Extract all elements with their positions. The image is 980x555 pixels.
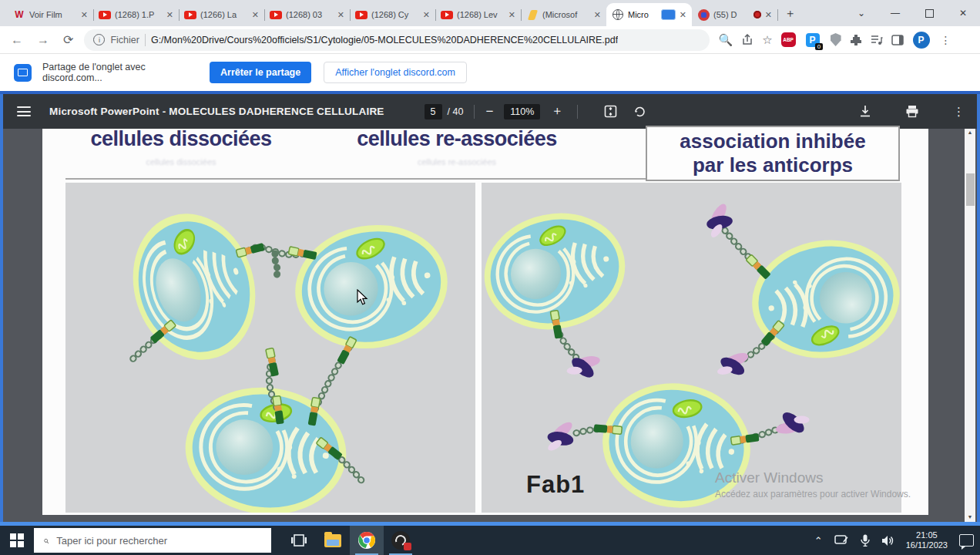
download-icon[interactable] bbox=[859, 105, 871, 118]
scrollbar-thumb[interactable] bbox=[966, 173, 975, 206]
youtube-icon bbox=[270, 8, 282, 21]
speaker-icon[interactable] bbox=[881, 535, 894, 547]
adblock-icon[interactable]: ABP bbox=[781, 32, 796, 47]
youtube-icon bbox=[99, 8, 111, 21]
antibody-fragment bbox=[697, 199, 740, 240]
divider bbox=[474, 105, 475, 119]
taskbar-search-input[interactable]: ⌕ Taper ici pour rechercher bbox=[34, 528, 271, 553]
zoom-in-button[interactable]: ＋ bbox=[551, 103, 563, 119]
activation-watermark-line2: Accédez aux paramètres pour activer Wind… bbox=[715, 489, 911, 500]
tab-youtube-3[interactable]: (1268) 03 ✕ bbox=[264, 3, 350, 26]
info-icon[interactable]: i bbox=[93, 34, 105, 45]
tray-time: 21:05 bbox=[906, 530, 948, 540]
tab-voir-film[interactable]: W Voir Film ✕ bbox=[8, 3, 93, 26]
page-total: / 40 bbox=[448, 106, 464, 117]
close-icon[interactable]: ✕ bbox=[252, 10, 259, 20]
tab-title: (Microsof bbox=[542, 10, 590, 19]
url-text: G:/Mon%20Drive/Cours%20officiels/S1/Cyto… bbox=[151, 35, 618, 45]
share-icon[interactable] bbox=[741, 34, 753, 46]
ghost-text: cellules dissociées bbox=[69, 157, 293, 166]
clock[interactable]: 21:05 16/11/2023 bbox=[906, 530, 948, 550]
tab-title: (1266) La bbox=[200, 10, 248, 19]
divider bbox=[577, 105, 578, 119]
close-icon[interactable]: ✕ bbox=[594, 10, 601, 20]
bookmark-star-icon[interactable]: ☆ bbox=[762, 33, 772, 47]
back-icon[interactable]: ← bbox=[11, 33, 23, 47]
pdf-scrollbar[interactable]: ▲ ▼ bbox=[965, 129, 975, 522]
tray-chevron-icon[interactable]: ⌃ bbox=[814, 535, 823, 547]
view-shared-tab-button[interactable]: Afficher l'onglet discord.com bbox=[324, 62, 467, 83]
file-explorer-button[interactable] bbox=[316, 526, 350, 555]
hamburger-menu-icon[interactable] bbox=[17, 106, 31, 116]
activation-watermark-line1: Activer Windows bbox=[715, 469, 823, 486]
folder-icon bbox=[324, 534, 341, 547]
omnibox[interactable]: i Fichier G:/Mon%20Drive/Cours%20officie… bbox=[84, 29, 710, 51]
rotate-button[interactable] bbox=[633, 105, 646, 119]
playlist-icon[interactable] bbox=[871, 35, 883, 45]
wiflix-icon: W bbox=[13, 8, 25, 21]
close-window-button[interactable]: ✕ bbox=[946, 0, 980, 26]
zoom-level[interactable]: 110% bbox=[504, 104, 540, 119]
new-tab-button[interactable]: ＋ bbox=[784, 6, 796, 21]
windows-start-button[interactable] bbox=[0, 526, 34, 555]
tab-youtube-5[interactable]: (1268) Lev ✕ bbox=[435, 3, 521, 26]
reload-icon[interactable]: ⟳ bbox=[63, 32, 73, 47]
microphone-icon[interactable] bbox=[861, 534, 870, 547]
tab-title: (1268) 1.P bbox=[115, 10, 163, 19]
cell-illustration-right bbox=[482, 183, 901, 513]
chrome-button[interactable] bbox=[350, 526, 384, 555]
tab-youtube-1[interactable]: (1268) 1.P ✕ bbox=[93, 3, 179, 26]
restore-button[interactable] bbox=[912, 0, 946, 26]
menu-dots-icon[interactable]: ⋮ bbox=[941, 34, 951, 46]
close-icon[interactable]: ✕ bbox=[680, 10, 686, 20]
desktop-screen: W Voir Film ✕ (1268) 1.P ✕ (1266) La ✕ (… bbox=[0, 0, 980, 555]
fit-page-button[interactable] bbox=[604, 105, 617, 118]
close-icon[interactable]: ✕ bbox=[765, 10, 772, 20]
more-options-icon[interactable]: ⋮ bbox=[953, 105, 965, 119]
notification-icon[interactable] bbox=[959, 534, 974, 547]
pdf-document-title: Microsoft PowerPoint - MOLECULES DADHERE… bbox=[49, 106, 384, 117]
close-icon[interactable]: ✕ bbox=[337, 10, 344, 20]
print-icon[interactable] bbox=[905, 105, 919, 118]
heading-cellules-reassociees: cellules re-associées bbox=[345, 127, 569, 151]
search-placeholder: Taper ici pour rechercher bbox=[56, 535, 167, 547]
profile-avatar[interactable]: P bbox=[913, 32, 930, 49]
tab-youtube-4[interactable]: (1268) Cy ✕ bbox=[350, 3, 435, 26]
close-icon[interactable]: ✕ bbox=[166, 10, 173, 20]
shield-icon[interactable] bbox=[831, 33, 841, 46]
tab-youtube-2[interactable]: (1266) La ✕ bbox=[179, 3, 264, 26]
zoom-out-button[interactable]: − bbox=[485, 104, 493, 119]
zoom-indicator-icon[interactable]: 🔍 bbox=[718, 33, 733, 47]
pdf-toolbar: Microsoft PowerPoint - MOLECULES DADHERE… bbox=[0, 94, 980, 129]
antibody-fragment bbox=[542, 418, 579, 453]
screen-share-icon bbox=[14, 64, 32, 82]
yellow-doc-icon bbox=[526, 8, 539, 21]
extensions-puzzle-icon[interactable] bbox=[850, 34, 862, 46]
minimize-button[interactable]: — bbox=[878, 0, 912, 26]
ghost-text: cellules re-associées bbox=[345, 157, 569, 166]
forward-icon[interactable]: → bbox=[37, 33, 49, 47]
tray-device-icon[interactable] bbox=[834, 535, 849, 546]
tab-title: (55) D bbox=[713, 10, 750, 19]
chevron-down-icon[interactable]: ⌄ bbox=[844, 0, 878, 26]
page-number-input[interactable]: 5 bbox=[425, 104, 442, 119]
heading-cellules-dissociees: cellules dissociées bbox=[69, 127, 293, 151]
p-extension-icon[interactable]: P0 bbox=[806, 33, 820, 47]
tab-active-pdf[interactable]: Micro ✕ bbox=[606, 3, 692, 26]
youtube-icon bbox=[184, 8, 196, 21]
address-bar: ← → ⟳ i Fichier G:/Mon%20Drive/Cours%20o… bbox=[0, 26, 980, 54]
close-icon[interactable]: ✕ bbox=[423, 10, 430, 20]
task-view-button[interactable] bbox=[282, 526, 316, 555]
side-panel-icon[interactable] bbox=[891, 35, 904, 45]
close-icon[interactable]: ✕ bbox=[508, 10, 515, 20]
stop-sharing-button[interactable]: Arrêter le partage bbox=[210, 62, 311, 83]
obs-recorder-button[interactable] bbox=[384, 526, 418, 555]
scroll-down-icon[interactable]: ▼ bbox=[968, 513, 973, 521]
tab-discord[interactable]: (55) D ✕ bbox=[692, 3, 777, 26]
system-tray: ⌃ 21:05 16/11/2023 bbox=[814, 526, 974, 555]
close-icon[interactable]: ✕ bbox=[81, 10, 88, 20]
mouse-cursor bbox=[357, 289, 369, 306]
tab-title: (1268) Lev bbox=[457, 10, 505, 19]
scroll-up-icon[interactable]: ▲ bbox=[968, 129, 973, 136]
tab-microsoft-doc[interactable]: (Microsof ✕ bbox=[521, 3, 606, 26]
